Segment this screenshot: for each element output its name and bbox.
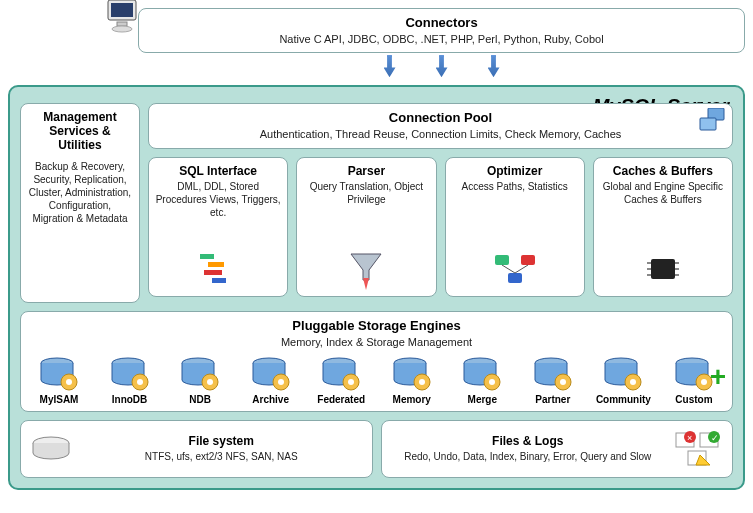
svg-point-51 xyxy=(701,379,707,385)
svg-rect-10 xyxy=(495,255,509,265)
fs-sub: NTFS, ufs, ext2/3 NFS, SAN, NAS xyxy=(81,450,362,463)
arrows-down xyxy=(138,55,745,77)
svg-point-30 xyxy=(207,379,213,385)
log-files-icon: ×✓ xyxy=(674,429,722,469)
optimizer-sub: Access Paths, Statistics xyxy=(462,180,568,193)
caches-title: Caches & Buffers xyxy=(613,164,713,178)
servers-icon xyxy=(698,108,726,134)
engine-community: Community xyxy=(595,356,651,405)
engine-ndb: NDB xyxy=(172,356,228,405)
svg-rect-11 xyxy=(521,255,535,265)
caches-sub: Global and Engine Specific Caches & Buff… xyxy=(600,180,726,206)
engines-title: Pluggable Storage Engines xyxy=(27,318,726,333)
svg-point-45 xyxy=(560,379,566,385)
arrow-icon xyxy=(488,55,500,77)
engine-innodb: InnoDB xyxy=(102,356,158,405)
svg-point-24 xyxy=(66,379,72,385)
management-box: Management Services & Utilities Backup &… xyxy=(20,103,140,303)
svg-point-33 xyxy=(278,379,284,385)
fs-title: File system xyxy=(81,434,362,448)
files-logs-box: Files & Logs Redo, Undo, Data, Index, Bi… xyxy=(381,420,734,478)
arrow-icon xyxy=(384,55,396,77)
svg-text:×: × xyxy=(687,433,692,443)
svg-line-13 xyxy=(502,265,515,273)
plus-icon: + xyxy=(710,361,726,393)
logs-title: Files & Logs xyxy=(392,434,665,448)
svg-rect-8 xyxy=(204,270,222,275)
engines-sub: Memory, Index & Storage Management xyxy=(27,335,726,349)
engine-federated: Federated xyxy=(313,356,369,405)
sql-sub: DML, DDL, Stored Procedures Views, Trigg… xyxy=(155,180,281,219)
engine-partner: Partner xyxy=(525,356,581,405)
svg-rect-2 xyxy=(117,22,127,26)
disk-icon xyxy=(31,435,71,463)
mysql-server-container: MySQL Server Management Services & Utili… xyxy=(8,85,745,489)
engine-label: Archive xyxy=(252,394,289,405)
svg-rect-5 xyxy=(700,118,716,130)
optimizer-title: Optimizer xyxy=(487,164,542,178)
svg-text:✓: ✓ xyxy=(711,433,719,443)
engine-label: InnoDB xyxy=(112,394,148,405)
engine-label: Merge xyxy=(468,394,497,405)
svg-point-42 xyxy=(489,379,495,385)
arrow-icon xyxy=(436,55,448,77)
engine-label: Community xyxy=(596,394,651,405)
optimizer-box: Optimizer Access Paths, Statistics xyxy=(445,157,585,297)
sql-title: SQL Interface xyxy=(179,164,257,178)
svg-rect-1 xyxy=(111,3,133,17)
chip-icon xyxy=(643,250,683,290)
mgmt-title: Management Services & Utilities xyxy=(27,110,133,152)
engine-label: NDB xyxy=(189,394,211,405)
engine-memory: Memory xyxy=(384,356,440,405)
engine-label: Federated xyxy=(317,394,365,405)
mgmt-sub: Backup & Recovery, Security, Replication… xyxy=(27,160,133,225)
gantt-icon xyxy=(198,250,238,290)
sql-interface-box: SQL Interface DML, DDL, Stored Procedure… xyxy=(148,157,288,297)
svg-point-36 xyxy=(348,379,354,385)
engine-label: Partner xyxy=(535,394,570,405)
engine-label: MyISAM xyxy=(40,394,79,405)
connection-pool-box: Connection Pool Authentication, Thread R… xyxy=(148,103,733,148)
engine-archive: Archive xyxy=(243,356,299,405)
svg-rect-9 xyxy=(212,278,226,283)
client-monitor-icon xyxy=(104,0,140,34)
logs-sub: Redo, Undo, Data, Index, Binary, Error, … xyxy=(392,450,665,463)
caches-box: Caches & Buffers Global and Engine Speci… xyxy=(593,157,733,297)
svg-point-39 xyxy=(419,379,425,385)
engine-label: Custom xyxy=(675,394,712,405)
engine-label: Memory xyxy=(393,394,431,405)
svg-line-14 xyxy=(515,265,528,273)
svg-rect-12 xyxy=(508,273,522,283)
engine-merge: Merge xyxy=(454,356,510,405)
svg-point-3 xyxy=(112,26,132,32)
svg-rect-7 xyxy=(208,262,224,267)
svg-rect-6 xyxy=(200,254,214,259)
filesystem-box: File system NTFS, ufs, ext2/3 NFS, SAN, … xyxy=(20,420,373,478)
svg-point-27 xyxy=(137,379,143,385)
cpool-title: Connection Pool xyxy=(155,110,726,125)
connectors-sub: Native C API, JDBC, ODBC, .NET, PHP, Per… xyxy=(145,32,738,46)
funnel-icon xyxy=(347,250,385,290)
connectors-title: Connectors xyxy=(145,15,738,30)
svg-rect-15 xyxy=(651,259,675,279)
svg-point-48 xyxy=(630,379,636,385)
connectors-box: Connectors Native C API, JDBC, ODBC, .NE… xyxy=(138,8,745,53)
parser-box: Parser Query Translation, Object Privile… xyxy=(296,157,436,297)
engine-myisam: MyISAM xyxy=(31,356,87,405)
storage-engines-box: Pluggable Storage Engines Memory, Index … xyxy=(20,311,733,411)
parser-sub: Query Translation, Object Privilege xyxy=(303,180,429,206)
parser-title: Parser xyxy=(348,164,385,178)
cpool-sub: Authentication, Thread Reuse, Connection… xyxy=(155,127,726,141)
flowchart-icon xyxy=(493,250,537,290)
